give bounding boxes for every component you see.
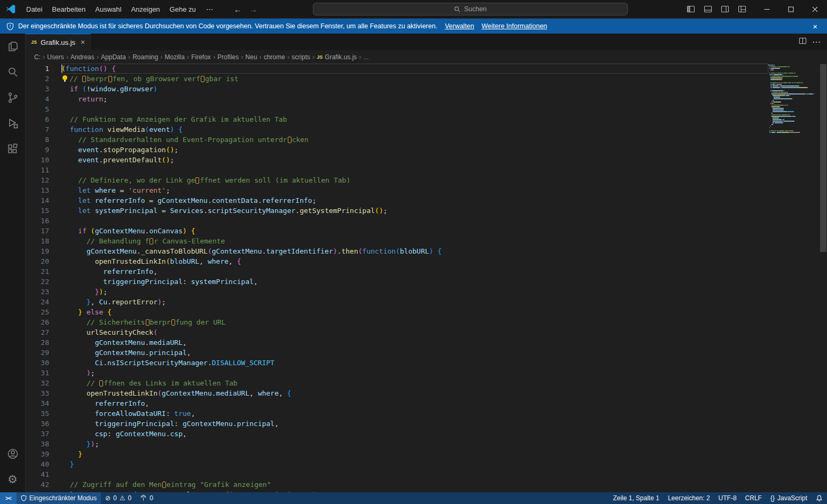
line-number[interactable]: 4 [26, 94, 61, 104]
line-number[interactable]: 23 [26, 287, 61, 297]
minimize-button[interactable] [755, 0, 779, 19]
code-line[interactable]: if (!window.gBrowser) [61, 84, 768, 94]
code-line[interactable]: event.preventDefault(); [61, 155, 768, 165]
code-line[interactable]: openTrustedLinkIn(gContextMenu.mediaURL,… [61, 388, 768, 398]
code-line[interactable]: // ffnen des Links im aktuellen Tab [61, 378, 768, 388]
banner-link-verwalten[interactable]: Verwalten [445, 22, 474, 30]
line-number[interactable]: 32 [26, 378, 61, 388]
customize-layout-icon[interactable] [735, 2, 750, 16]
eol-status[interactable]: CRLF [741, 492, 766, 504]
code-line[interactable]: let where = 'current'; [61, 185, 768, 195]
breadcrumb-item[interactable]: Roaming [132, 53, 158, 61]
breadcrumb-item[interactable]: Users [47, 53, 64, 61]
settings-gear-icon[interactable]: ⚙ [0, 467, 26, 492]
navigate-forward-button[interactable]: → [249, 5, 257, 14]
breadcrumb-item[interactable]: chrome [264, 53, 285, 61]
line-number[interactable]: 27 [26, 327, 61, 337]
breadcrumb-symbol-ellipsis[interactable]: ... [364, 53, 369, 61]
code-line[interactable]: referrerInfo, [61, 398, 768, 408]
line-number[interactable]: 2 [26, 74, 61, 84]
line-number[interactable]: 19 [26, 246, 61, 256]
account-icon[interactable] [0, 441, 26, 467]
line-number[interactable]: 20 [26, 256, 61, 266]
banner-close-icon[interactable]: × [808, 22, 822, 31]
search-view-icon[interactable] [0, 59, 26, 85]
line-number[interactable]: 33 [26, 388, 61, 398]
menu-gehe-zu[interactable]: Gehe zu [165, 0, 201, 19]
line-number[interactable]: 26 [26, 317, 61, 327]
line-number[interactable]: 29 [26, 348, 61, 358]
ports-status[interactable]: 0 [136, 492, 157, 504]
restricted-mode-status[interactable]: Eingeschränkter Modus [17, 492, 101, 504]
code-line[interactable]: triggeringPrincipal: gContextMenu.princi… [61, 419, 768, 429]
tab-close-icon[interactable]: × [81, 38, 85, 46]
line-number[interactable]: 16 [26, 216, 61, 226]
editor-code-region[interactable]: 1234567891011121314151617181920212223242… [26, 64, 827, 492]
line-number[interactable]: 12 [26, 175, 61, 185]
language-mode-status[interactable]: {} JavaScript [766, 492, 812, 504]
line-number[interactable]: 9 [26, 145, 61, 155]
problems-status[interactable]: ⊘ 0 ⚠ 0 [101, 492, 136, 504]
line-number[interactable]: 15 [26, 206, 61, 216]
notifications-status[interactable] [812, 492, 827, 504]
code-line[interactable]: event.stopPropagation(); [61, 145, 768, 155]
code-line[interactable]: gContextMenu.mediaURL, [61, 337, 768, 348]
breadcrumb-item[interactable]: Profiles [217, 53, 239, 61]
toggle-panel-icon[interactable] [700, 2, 715, 16]
code-line[interactable]: referrerInfo, [61, 266, 768, 277]
navigate-back-button[interactable]: ← [234, 5, 242, 14]
scrollbar-thumb[interactable] [820, 64, 826, 252]
line-number[interactable]: 30 [26, 358, 61, 368]
cursor-position-status[interactable]: Zeile 1, Spalte 1 [609, 492, 664, 504]
source-control-icon[interactable] [0, 85, 26, 111]
line-number[interactable]: 41 [26, 469, 61, 479]
code-line[interactable]: urlSecurityCheck( [61, 327, 768, 337]
code-line[interactable]: function viewMedia(event) { [61, 124, 768, 135]
code-line[interactable]: let menuItem = document.getElementById("… [61, 490, 768, 492]
code-line[interactable]: csp: gContextMenu.csp, [61, 429, 768, 439]
explorer-icon[interactable] [0, 34, 26, 59]
code-line[interactable]: triggeringPrincipal: systemPrincipal, [61, 277, 768, 287]
maximize-button[interactable] [779, 0, 803, 19]
code-line[interactable]: gContextMenu.principal, [61, 348, 768, 358]
line-number[interactable]: 37 [26, 429, 61, 439]
breadcrumb-item[interactable]: Andreas [70, 53, 94, 61]
code-line[interactable]: forceAllowDataURI: true, [61, 408, 768, 419]
code-line[interactable]: }); [61, 287, 768, 297]
line-number[interactable]: 21 [26, 266, 61, 277]
code-line[interactable]: }); [61, 439, 768, 449]
line-number[interactable]: 42 [26, 479, 61, 490]
breadcrumb-file-item[interactable]: JSGrafik.us.js [317, 53, 357, 61]
code-line[interactable]: }, Cu.reportError); [61, 297, 768, 307]
line-number[interactable]: 14 [26, 195, 61, 206]
toggle-secondary-sidebar-icon[interactable] [718, 2, 733, 16]
menu-auswahl[interactable]: Auswahl [90, 0, 126, 19]
code-line[interactable]: // Behandlung fr Canvas-Elemente [61, 236, 768, 246]
encoding-status[interactable]: UTF-8 [714, 492, 741, 504]
code-content[interactable]: (function() {// berprfen, ob gBrowser ve… [61, 64, 768, 492]
banner-link-weitere-informationen[interactable]: Weitere Informationen [482, 22, 547, 30]
line-number[interactable]: 39 [26, 449, 61, 459]
code-line[interactable]: let referrerInfo = gContextMenu.contentD… [61, 195, 768, 206]
code-line[interactable]: // Sicherheitsberprfung der URL [61, 317, 768, 327]
breadcrumb-item[interactable]: scripts [292, 53, 310, 61]
code-line[interactable]: // Zugriff auf den Meneintrag "Grafik an… [61, 479, 768, 490]
code-line[interactable] [61, 165, 768, 175]
line-number[interactable]: 24 [26, 297, 61, 307]
line-number[interactable]: 36 [26, 419, 61, 429]
breadcrumb-item[interactable]: Neu [246, 53, 257, 61]
editor-more-actions-icon[interactable]: ⋯ [812, 37, 821, 47]
code-line[interactable]: let systemPrincipal = Services.scriptSec… [61, 206, 768, 216]
line-number[interactable]: 6 [26, 114, 61, 124]
line-number[interactable]: 3 [26, 84, 61, 94]
code-line[interactable] [61, 469, 768, 479]
line-number[interactable]: 5 [26, 104, 61, 114]
line-number[interactable]: 40 [26, 459, 61, 469]
line-number[interactable]: 10 [26, 155, 61, 165]
line-number[interactable]: 8 [26, 135, 61, 145]
code-line[interactable]: } [61, 459, 768, 469]
code-line[interactable]: return; [61, 94, 768, 104]
line-number-gutter[interactable]: 1234567891011121314151617181920212223242… [26, 64, 61, 492]
menu-bearbeiten[interactable]: Bearbeiten [47, 0, 90, 19]
lightbulb-icon[interactable] [61, 75, 69, 82]
